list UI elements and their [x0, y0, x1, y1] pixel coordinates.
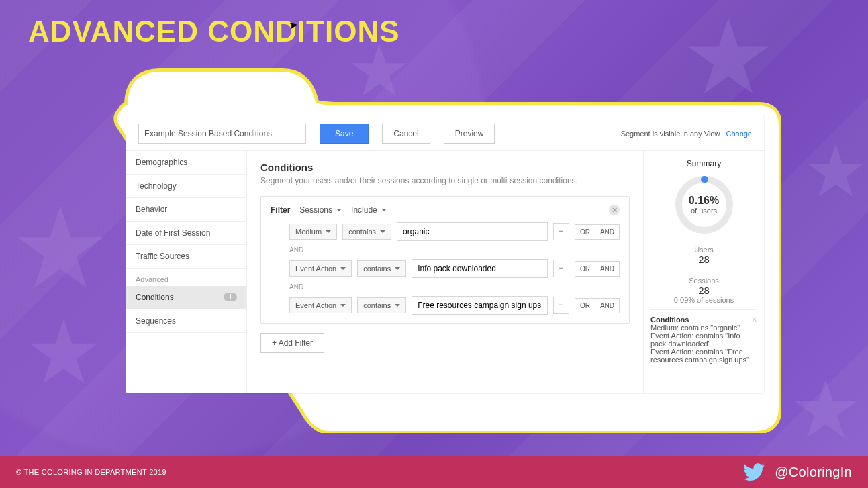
sidebar-item-label: Conditions: [136, 293, 174, 302]
panel-heading: Conditions: [260, 162, 630, 173]
summary-condition-line: Event Action: contains "Info pack downlo…: [650, 332, 740, 348]
caret-down-icon: [340, 267, 346, 270]
sessions-label: Sessions: [650, 277, 757, 285]
caret-down-icon: [395, 267, 400, 270]
sidebar-item-demographics[interactable]: Demographics: [126, 151, 246, 175]
sidebar-item-technology[interactable]: Technology: [126, 175, 246, 198]
add-filter-button[interactable]: + Add Filter: [260, 333, 324, 353]
summary-percent: 0.16%: [689, 195, 719, 207]
visibility-text: Segment is visible in any View Change: [621, 130, 752, 138]
caret-down-icon: [380, 230, 385, 233]
footer-handle: @ColoringIn: [775, 465, 852, 480]
sidebar-item-traffic-sources[interactable]: Traffic Sources: [126, 245, 246, 269]
summary-conditions-title: Conditions: [650, 315, 689, 324]
visibility-label: Segment is visible in any View: [621, 130, 720, 138]
remove-condition-button[interactable]: −: [553, 297, 569, 314]
or-button[interactable]: OR: [575, 261, 595, 277]
summary-donut: 0.16% of users: [673, 174, 735, 236]
operator-dropdown[interactable]: contains: [342, 224, 391, 240]
sessions-percent: 0.09% of sessions: [650, 296, 757, 304]
change-visibility-link[interactable]: Change: [726, 130, 752, 138]
svg-marker-2: [17, 206, 104, 288]
users-label: Users: [650, 246, 757, 254]
preview-button[interactable]: Preview: [444, 124, 495, 144]
condition-value-input[interactable]: [412, 296, 548, 315]
caret-down-icon: [336, 209, 342, 211]
condition-row: Event Action contains − ORAND: [289, 296, 620, 315]
or-button[interactable]: OR: [575, 224, 595, 240]
dimension-dropdown[interactable]: Medium: [289, 224, 337, 240]
or-button[interactable]: OR: [575, 298, 595, 313]
remove-condition-button[interactable]: −: [553, 260, 569, 277]
and-button[interactable]: AND: [595, 224, 620, 240]
summary-title: Summary: [650, 159, 757, 168]
sidebar-item-date-first-session[interactable]: Date of First Session: [126, 222, 246, 245]
summary-condition-line: Event Action: contains "Free resources c…: [650, 348, 749, 364]
condition-row: Event Action contains − ORAND: [289, 259, 620, 278]
filter-card: Filter Sessions Include ✕ Medium contain…: [260, 196, 630, 324]
svg-marker-3: [30, 320, 97, 384]
operator-dropdown[interactable]: contains: [357, 297, 406, 313]
caret-down-icon: [326, 230, 331, 233]
slide-footer: © THE COLORING IN DEPARTMENT 2019 @Color…: [0, 456, 868, 488]
star-icon: [13, 201, 107, 295]
summary-panel: Summary 0.16% of users Users 28: [643, 151, 764, 393]
and-button[interactable]: AND: [595, 261, 620, 277]
analytics-segment-editor: Save Cancel Preview Segment is visible i…: [126, 115, 764, 393]
condition-row: Medium contains − ORAND: [289, 222, 620, 241]
sidebar-item-sequences[interactable]: Sequences: [126, 309, 246, 333]
cancel-button[interactable]: Cancel: [382, 124, 430, 144]
segment-sidebar: Demographics Technology Behavior Date of…: [126, 151, 247, 393]
caret-down-icon: [395, 304, 400, 307]
scope-dropdown[interactable]: Sessions: [299, 205, 342, 215]
clear-summary-button[interactable]: ✕: [751, 315, 757, 324]
star-icon: [792, 376, 859, 443]
sidebar-section-advanced: Advanced: [126, 269, 246, 286]
footer-copyright: © THE COLORING IN DEPARTMENT 2019: [16, 468, 166, 476]
operator-dropdown[interactable]: contains: [357, 260, 406, 277]
star-icon: [27, 315, 101, 389]
svg-marker-5: [808, 144, 864, 197]
editor-topbar: Save Cancel Preview Segment is visible i…: [126, 115, 764, 151]
users-value: 28: [650, 254, 757, 265]
star-icon: [806, 141, 866, 201]
sidebar-item-conditions[interactable]: Conditions 1: [126, 286, 246, 309]
condition-value-input[interactable]: [397, 222, 548, 241]
conditions-panel: Conditions Segment your users and/or the…: [247, 151, 643, 393]
dimension-dropdown[interactable]: Event Action: [289, 260, 352, 277]
save-button[interactable]: Save: [320, 124, 369, 144]
slide-title: ADVANCED CONDITIONS: [28, 15, 400, 48]
twitter-icon: [742, 460, 765, 483]
caret-down-icon: [340, 304, 346, 307]
segment-name-input[interactable]: [138, 124, 306, 144]
condition-value-input[interactable]: [412, 259, 548, 278]
svg-marker-4: [795, 379, 857, 438]
and-button[interactable]: AND: [595, 298, 620, 313]
sidebar-item-behavior[interactable]: Behavior: [126, 198, 246, 222]
summary-condition-line: Medium: contains "organic": [650, 324, 740, 332]
sessions-value: 28: [650, 285, 757, 296]
filter-label: Filter: [271, 205, 290, 215]
and-separator: AND: [289, 246, 303, 254]
and-separator: AND: [289, 283, 303, 291]
folder-frame: Save Cancel Preview Segment is visible i…: [107, 65, 781, 433]
conditions-count-badge: 1: [224, 293, 237, 301]
dimension-dropdown[interactable]: Event Action: [289, 297, 352, 313]
remove-filter-button[interactable]: ✕: [609, 205, 620, 215]
include-dropdown[interactable]: Include: [351, 205, 387, 215]
summary-of-users: of users: [691, 207, 717, 215]
summary-conditions: ✕ Conditions Medium: contains "organic" …: [650, 309, 757, 364]
caret-down-icon: [381, 209, 387, 211]
remove-condition-button[interactable]: −: [553, 223, 569, 240]
panel-subheading: Segment your users and/or their sessions…: [260, 176, 630, 185]
